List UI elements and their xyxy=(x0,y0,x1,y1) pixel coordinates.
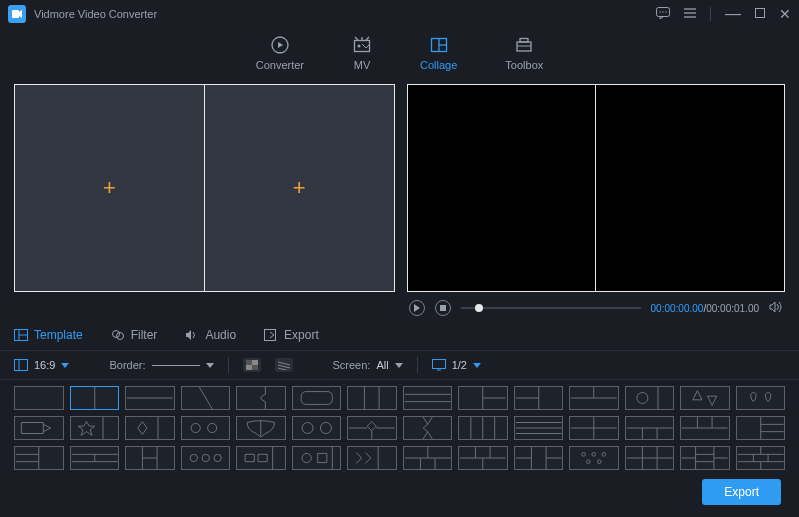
template-item[interactable] xyxy=(236,446,286,470)
add-media-cell[interactable]: + xyxy=(205,85,394,291)
template-item[interactable] xyxy=(403,446,453,470)
minimize-button[interactable]: — xyxy=(725,10,741,18)
template-item[interactable] xyxy=(292,446,342,470)
template-item[interactable] xyxy=(625,416,675,440)
border-label: Border: xyxy=(109,359,145,371)
tab-converter[interactable]: Converter xyxy=(256,35,304,71)
svg-rect-26 xyxy=(246,360,252,365)
subtab-template[interactable]: Template xyxy=(14,328,83,342)
svg-rect-16 xyxy=(520,39,528,43)
svg-point-4 xyxy=(665,11,666,12)
tab-collage[interactable]: Collage xyxy=(420,35,457,71)
svg-point-89 xyxy=(202,454,209,461)
template-item[interactable] xyxy=(514,416,564,440)
svg-point-94 xyxy=(302,453,311,462)
volume-icon[interactable] xyxy=(769,301,783,316)
border-style-select[interactable] xyxy=(152,365,200,366)
template-item[interactable] xyxy=(736,386,786,410)
svg-point-88 xyxy=(190,454,197,461)
caret-down-icon xyxy=(206,363,214,368)
template-item[interactable] xyxy=(458,386,508,410)
tab-label: Converter xyxy=(256,59,304,71)
border-pattern-picker[interactable] xyxy=(275,358,293,372)
svg-point-90 xyxy=(214,454,221,461)
template-item[interactable] xyxy=(14,386,64,410)
playback-slider[interactable] xyxy=(461,307,641,309)
template-item[interactable] xyxy=(736,416,786,440)
border-control: Border: xyxy=(109,359,213,371)
feedback-icon[interactable] xyxy=(656,7,670,22)
template-item[interactable] xyxy=(70,386,120,410)
template-item[interactable] xyxy=(569,446,619,470)
svg-rect-51 xyxy=(21,423,43,434)
svg-rect-10 xyxy=(355,41,370,52)
svg-point-11 xyxy=(358,45,361,48)
template-item[interactable] xyxy=(181,446,231,470)
tab-mv[interactable]: MV xyxy=(352,35,372,71)
svg-point-54 xyxy=(191,423,200,432)
page-value: 1/2 xyxy=(452,359,467,371)
template-item[interactable] xyxy=(125,386,175,410)
svg-rect-92 xyxy=(258,454,267,461)
svg-point-2 xyxy=(659,11,660,12)
svg-rect-24 xyxy=(15,360,28,371)
subtab-audio[interactable]: Audio xyxy=(185,328,236,342)
template-item[interactable] xyxy=(403,416,453,440)
stop-button[interactable] xyxy=(435,300,451,316)
add-media-cell[interactable]: + xyxy=(15,85,205,291)
template-item[interactable] xyxy=(347,386,397,410)
template-item[interactable] xyxy=(292,386,342,410)
template-item[interactable] xyxy=(347,446,397,470)
template-item[interactable] xyxy=(236,416,286,440)
template-item[interactable] xyxy=(14,416,64,440)
template-item[interactable] xyxy=(70,446,120,470)
menu-icon[interactable] xyxy=(684,7,696,21)
template-item[interactable] xyxy=(458,446,508,470)
playhead[interactable] xyxy=(475,304,483,312)
template-item[interactable] xyxy=(625,446,675,470)
tab-toolbox[interactable]: Toolbox xyxy=(505,35,543,71)
template-item[interactable] xyxy=(70,416,120,440)
page-select[interactable]: 1/2 xyxy=(432,359,481,371)
template-item[interactable] xyxy=(458,416,508,440)
template-item[interactable] xyxy=(569,386,619,410)
maximize-button[interactable] xyxy=(755,7,765,21)
svg-point-111 xyxy=(592,453,596,457)
template-item[interactable] xyxy=(514,446,564,470)
svg-rect-27 xyxy=(252,365,258,370)
main-tabs: Converter MV Collage Toolbox xyxy=(0,28,799,78)
template-item[interactable] xyxy=(680,386,730,410)
footer: Export xyxy=(702,479,781,505)
subtab-filter[interactable]: Filter xyxy=(111,328,158,342)
template-item[interactable] xyxy=(14,446,64,470)
template-item[interactable] xyxy=(347,416,397,440)
subtab-label: Template xyxy=(34,328,83,342)
template-item[interactable] xyxy=(569,416,619,440)
app-logo xyxy=(8,5,26,23)
screen-label: Screen: xyxy=(333,359,371,371)
screen-select[interactable]: Screen: All xyxy=(333,359,403,371)
template-item[interactable] xyxy=(125,416,175,440)
template-item[interactable] xyxy=(181,416,231,440)
border-color-picker[interactable] xyxy=(243,358,261,372)
aspect-ratio-select[interactable]: 16:9 xyxy=(14,359,69,371)
template-item[interactable] xyxy=(292,416,342,440)
template-item[interactable] xyxy=(680,446,730,470)
close-button[interactable]: ✕ xyxy=(779,6,791,22)
playback-time: 00:00:00.00/00:00:01.00 xyxy=(651,303,759,314)
template-item[interactable] xyxy=(125,446,175,470)
svg-point-21 xyxy=(112,331,119,338)
subtab-label: Export xyxy=(284,328,319,342)
play-button[interactable] xyxy=(409,300,425,316)
subtab-export[interactable]: Export xyxy=(264,328,319,342)
export-button[interactable]: Export xyxy=(702,479,781,505)
template-item[interactable] xyxy=(181,386,231,410)
template-item[interactable] xyxy=(236,386,286,410)
template-item[interactable] xyxy=(680,416,730,440)
aspect-value: 16:9 xyxy=(34,359,55,371)
template-item[interactable] xyxy=(625,386,675,410)
template-item[interactable] xyxy=(403,386,453,410)
template-item[interactable] xyxy=(514,386,564,410)
svg-rect-95 xyxy=(317,453,326,462)
template-item[interactable] xyxy=(736,446,786,470)
